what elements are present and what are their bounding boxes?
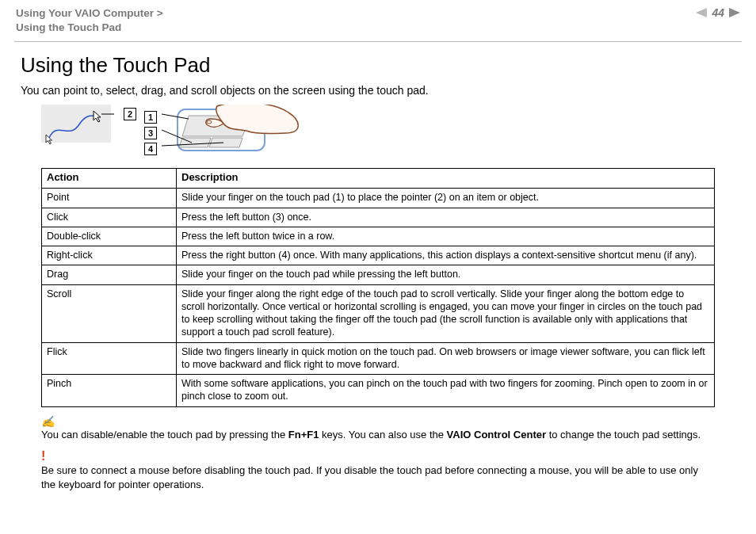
col-header-description: Description	[177, 169, 715, 189]
cell-action: Flick	[42, 342, 177, 375]
cell-action: Pinch	[42, 375, 177, 407]
actions-table-wrap: Action Description PointSlide your finge…	[41, 168, 715, 406]
svg-marker-9	[209, 138, 242, 147]
page-number: 44	[712, 6, 724, 19]
touchpad-svg	[162, 105, 304, 162]
page-header: Using Your VAIO Computer > Using the Tou…	[14, 6, 742, 40]
svg-marker-0	[696, 8, 707, 17]
touchpad-figure: 2 1 3 4	[41, 105, 742, 162]
breadcrumb-line2: Using the Touch Pad	[16, 21, 121, 33]
note-text: You can disable/enable the touch pad by …	[41, 428, 715, 442]
table-row: Double-clickPress the left button twice …	[42, 227, 715, 246]
cell-action: Right-click	[42, 246, 177, 265]
note-prefix: You can disable/enable the touch pad by …	[41, 429, 288, 441]
breadcrumb: Using Your VAIO Computer > Using the Tou…	[16, 6, 163, 35]
intro-text: You can point to, select, drag, and scro…	[21, 84, 735, 97]
table-row: PinchWith some software applications, yo…	[42, 375, 715, 407]
note-center: VAIO Control Center	[447, 429, 546, 441]
table-row: FlickSlide two fingers linearly in quick…	[42, 342, 715, 375]
note-keys: Fn+F1	[288, 429, 319, 441]
cell-action: Click	[42, 208, 177, 227]
warning-text: Be sure to connect a mouse before disabl…	[41, 463, 715, 491]
svg-marker-1	[729, 8, 740, 17]
header-rule	[14, 41, 742, 42]
actions-table: Action Description PointSlide your finge…	[41, 168, 715, 406]
callout-column: 1 3 4	[144, 111, 157, 155]
page-number-nav: 44	[696, 6, 740, 19]
cell-action: Drag	[42, 265, 177, 284]
cell-desc: Press the left button twice in a row.	[177, 227, 715, 246]
figure-pointer-panel	[41, 105, 128, 157]
cell-desc: Slide your finger on the touch pad while…	[177, 265, 715, 284]
breadcrumb-line1: Using Your VAIO Computer >	[16, 7, 163, 19]
cell-desc: Press the left button (3) once.	[177, 208, 715, 227]
table-row: ScrollSlide your finger along the right …	[42, 284, 715, 342]
callout-2: 2	[124, 108, 136, 120]
cell-desc: With some software applications, you can…	[177, 375, 715, 407]
note-icon: ✍	[41, 415, 715, 428]
note-middle: keys. You can also use the	[319, 429, 446, 441]
warning-icon: !	[41, 449, 715, 463]
callout-1: 1	[144, 111, 157, 124]
table-row: ClickPress the left button (3) once.	[42, 208, 715, 227]
svg-line-10	[162, 114, 189, 119]
cell-action: Double-click	[42, 227, 177, 246]
col-header-action: Action	[42, 169, 177, 189]
table-row: PointSlide your finger on the touch pad …	[42, 189, 715, 208]
cell-action: Scroll	[42, 284, 177, 342]
document-page: Using Your VAIO Computer > Using the Tou…	[0, 0, 756, 513]
page-title: Using the Touch Pad	[21, 53, 735, 78]
table-row: DragSlide your finger on the touch pad w…	[42, 265, 715, 284]
callout-4: 4	[144, 143, 157, 155]
cell-desc: Slide your finger along the right edge o…	[177, 284, 715, 342]
cell-desc: Slide your finger on the touch pad (1) t…	[177, 189, 715, 208]
cell-desc: Slide two fingers linearly in quick moti…	[177, 342, 715, 375]
table-header-row: Action Description	[42, 169, 715, 189]
next-page-icon[interactable]	[729, 8, 740, 17]
note-suffix: to change the touch pad settings.	[546, 429, 701, 441]
table-row: Right-clickPress the right button (4) on…	[42, 246, 715, 265]
callout-3: 3	[144, 127, 157, 139]
svg-rect-2	[41, 105, 111, 143]
figure-touchpad-panel: 1 3 4	[144, 105, 304, 162]
prev-page-icon[interactable]	[696, 8, 707, 17]
cell-desc: Press the right button (4) once. With ma…	[177, 246, 715, 265]
cell-action: Point	[42, 189, 177, 208]
